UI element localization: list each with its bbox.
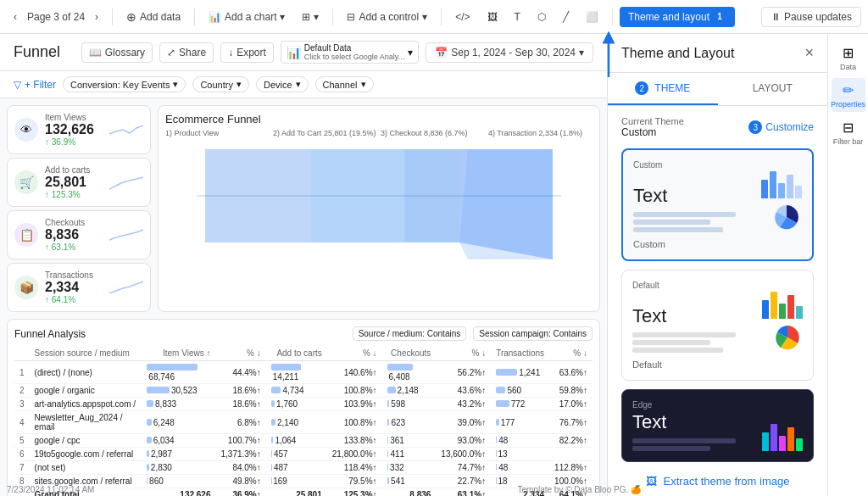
item-views-icon: 👁 — [14, 118, 38, 142]
metric-delta: ↑ 64.1% — [45, 295, 103, 304]
panel-content: Current Theme Custom 3 Customize Custom … — [608, 106, 827, 466]
table-cell: 4,734 — [266, 384, 327, 398]
border-button[interactable]: ⬜ — [579, 8, 605, 26]
metric-value: 132,626 — [45, 122, 103, 137]
separator-4 — [441, 8, 442, 25]
panel-title: Theme and Layout — [621, 46, 734, 61]
funnel-svg — [165, 141, 593, 268]
theme-card-custom[interactable]: Custom Text — [621, 148, 814, 261]
analysis-header: Funnel Analysis Source / medium: Contain… — [14, 326, 593, 341]
theme-card-edge[interactable]: Edge Text — [621, 389, 814, 462]
col-transactions: Transactions — [491, 346, 549, 361]
metric-card-item-views: 👁 Item Views 132,626 ↑ 36.9% — [7, 105, 151, 154]
table-cell: 82.2%↑ — [549, 434, 593, 448]
table-cell: 68,746 — [142, 361, 215, 384]
sidebar-data-button[interactable]: ⊞ Data — [832, 41, 865, 75]
click-select-label: Click to select Google Analy... — [304, 53, 404, 61]
close-panel-button[interactable]: × — [804, 44, 814, 62]
line-button[interactable]: ╱ — [556, 8, 576, 26]
add-control-button[interactable]: ⊟ Add a control ▾ — [340, 8, 434, 26]
text-button[interactable]: T — [508, 8, 527, 26]
glossary-button[interactable]: 📖 Glossary — [81, 42, 153, 63]
tab-layout[interactable]: LAYOUT — [718, 73, 828, 105]
table-cell: 8,833 — [142, 398, 215, 411]
device-filter[interactable]: Device ▾ — [256, 76, 309, 92]
sidebar-filterbar-button[interactable]: ⊟ Filter bar — [832, 115, 865, 149]
code-button[interactable]: </> — [448, 8, 476, 26]
image-icon: 🖼 — [487, 11, 498, 23]
tab-theme[interactable]: 2 THEME — [608, 73, 718, 105]
theme-card-content-edge: Text — [632, 411, 803, 451]
chevron-down-icon-country: ▾ — [236, 79, 242, 90]
notification-badge: 1 — [713, 10, 726, 24]
shape-button[interactable]: ⬡ — [531, 8, 553, 26]
calendar-icon: 📅 — [435, 47, 448, 59]
campaign-filter[interactable]: Session campaign: Contains — [473, 326, 593, 341]
sidebar-properties-button[interactable]: ✏ Properties — [832, 78, 865, 112]
pause-updates-button[interactable]: ⏸ Pause updates — [761, 7, 861, 27]
table-cell: 18.6%↑ — [216, 398, 266, 411]
separator-5 — [612, 8, 613, 25]
theme-card-default[interactable]: Default Text — [621, 270, 814, 381]
analysis-title: Funnel Analysis — [14, 328, 86, 340]
country-filter[interactable]: Country ▾ — [192, 76, 249, 92]
default-data-label: Default Data — [304, 43, 404, 53]
metric-info-checkouts: Checkouts 8,836 ↑ 63.1% — [45, 218, 103, 252]
forward-icon: › — [95, 11, 98, 23]
current-theme-label: Current Theme — [621, 116, 684, 126]
customize-button[interactable]: 3 Customize — [748, 120, 814, 134]
left-content: Funnel 📖 Glossary ⤢ Share ↓ Export 📊 — [0, 34, 607, 496]
separator-2 — [194, 8, 195, 25]
group-icon: ⊞ — [302, 11, 310, 23]
col-source: Session source / medium — [30, 346, 142, 361]
add-chart-button[interactable]: 📊 Add a chart ▾ — [202, 8, 292, 26]
table-cell: 100.8%↑ — [327, 384, 382, 398]
theme-text-area-edge: Text — [632, 411, 762, 451]
table-cell: 13,600.0%↑ — [436, 448, 491, 461]
table-cell: 43.2%↑ — [436, 398, 491, 411]
back-button[interactable]: ‹ — [7, 8, 24, 26]
sparkline — [109, 226, 143, 243]
separator-1 — [112, 8, 113, 25]
table-cell: 2,987 — [142, 448, 215, 461]
theme-layout-button[interactable]: Theme and layout 1 — [620, 7, 735, 27]
table-cell: 43.6%↑ — [436, 384, 491, 398]
table-cell: 103.9%↑ — [327, 398, 382, 411]
chevron-down-icon-channel: ▾ — [361, 79, 366, 90]
table-cell: 6,034 — [142, 434, 215, 448]
metric-value: 8,836 — [45, 227, 103, 242]
table-cell: 7 — [14, 461, 30, 475]
table-cell: (not set) — [30, 461, 142, 475]
table-cell: art-analytics.appspot.com / — [30, 398, 142, 411]
theme-default-label: Default — [632, 281, 803, 290]
date-range-button[interactable]: 📅 Sep 1, 2024 - Sep 30, 2024 ▾ — [426, 42, 593, 63]
table-cell: 13 — [491, 448, 549, 461]
line-icon: ╱ — [563, 11, 569, 23]
theme-text-area-default: Text — [632, 305, 762, 353]
table-cell: 6 — [14, 448, 30, 461]
table-cell: 84.0%↑ — [216, 461, 266, 475]
glossary-icon: 📖 — [89, 47, 102, 59]
metric-card-add-to-carts: 🛒 Add to carts 25,801 ↑ 125.3% — [7, 158, 151, 207]
theme-card-visuals — [761, 171, 802, 232]
table-header-row: Session source / medium Item Views ↑ % ↓… — [14, 346, 593, 361]
metric-delta: ↑ 36.9% — [45, 137, 103, 147]
mini-bars-custom — [761, 171, 802, 198]
forward-button[interactable]: › — [88, 8, 105, 26]
channel-filter[interactable]: Channel ▾ — [315, 76, 374, 92]
share-button[interactable]: ⤢ Share — [159, 42, 214, 63]
add-filter-button[interactable]: ▽ + Filter — [14, 79, 56, 91]
source-filter[interactable]: Source / medium: Contains — [353, 326, 467, 341]
add-data-button[interactable]: ⊕ Add data — [120, 7, 187, 27]
image-button[interactable]: 🖼 — [481, 8, 504, 26]
group-button[interactable]: ⊞ ▾ — [295, 8, 326, 26]
conversion-filter[interactable]: Conversion: Key Events ▾ — [63, 76, 186, 92]
col-checkouts: Checkouts — [382, 346, 437, 361]
export-button[interactable]: ↓ Export — [220, 42, 274, 63]
main-container: Funnel 📖 Glossary ⤢ Share ↓ Export 📊 — [0, 34, 868, 496]
panel-header: Theme and Layout × — [608, 34, 827, 73]
funnel-step-3: 3) Checkout 8,836 (6.7%) — [381, 129, 485, 137]
table-cell: 6,408 — [382, 361, 437, 384]
theme-custom-label: Custom — [633, 160, 802, 170]
theme-text-area: Text — [633, 185, 761, 232]
